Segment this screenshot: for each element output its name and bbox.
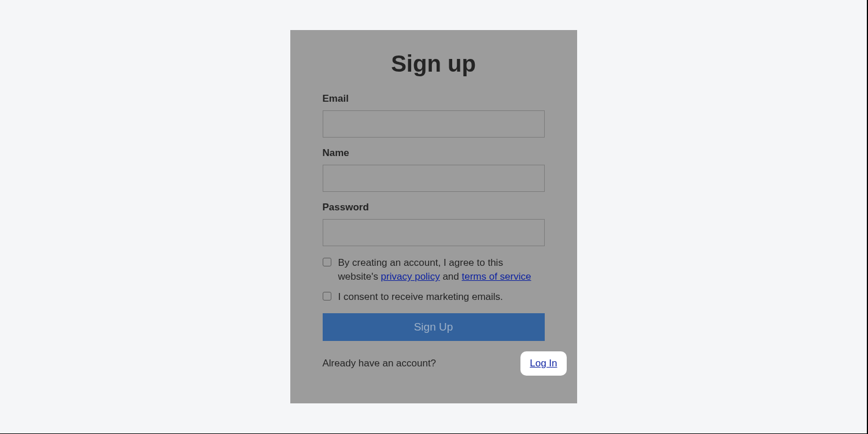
marketing-row: I consent to receive marketing emails. (323, 290, 545, 305)
marketing-text: I consent to receive marketing emails. (338, 290, 503, 305)
privacy-policy-link[interactable]: privacy policy (381, 271, 440, 282)
terms-row: By creating an account, I agree to this … (323, 256, 545, 284)
name-label: Name (323, 147, 545, 159)
terms-checkbox[interactable] (323, 258, 331, 266)
terms-middle: and (440, 271, 462, 282)
login-button[interactable]: Log In (520, 351, 566, 376)
signup-button[interactable]: Sign Up (323, 313, 545, 341)
email-input[interactable] (323, 110, 545, 138)
page-title: Sign up (323, 51, 545, 77)
already-have-account-text: Already have an account? (323, 358, 437, 369)
email-label: Email (323, 93, 545, 105)
terms-of-service-link[interactable]: terms of service (461, 271, 531, 282)
name-input[interactable] (323, 165, 545, 192)
password-label: Password (323, 202, 545, 213)
password-input[interactable] (323, 219, 545, 246)
signup-card: Sign up Email Name Password By creating … (290, 30, 577, 404)
footer: Already have an account? Log In (323, 351, 545, 376)
marketing-checkbox[interactable] (323, 292, 331, 301)
terms-text: By creating an account, I agree to this … (338, 256, 545, 284)
